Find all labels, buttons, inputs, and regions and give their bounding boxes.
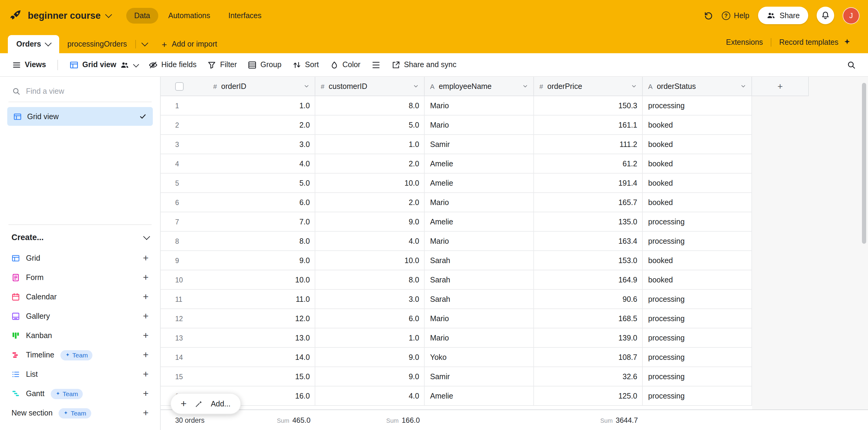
cell-orderPrice[interactable]: 191.4 <box>534 174 643 192</box>
create-item-gantt[interactable]: GanttTeam+ <box>7 384 153 403</box>
cell-employeeName[interactable]: Samir <box>425 367 534 386</box>
cell-orderPrice[interactable]: 139.0 <box>534 328 643 347</box>
cell-customerID[interactable]: 1.0 <box>315 135 425 153</box>
cell-orderPrice[interactable]: 164.9 <box>534 270 643 289</box>
sort-button[interactable]: Sort <box>287 57 324 72</box>
cell-orderID[interactable]: 33.0 <box>161 135 315 153</box>
cell-employeeName[interactable]: Sarah <box>425 270 534 289</box>
column-header-orderID[interactable]: #orderID <box>161 77 315 96</box>
cell-orderStatus[interactable]: processing <box>643 290 752 309</box>
history-icon[interactable] <box>704 10 713 20</box>
cell-orderID[interactable]: 22.0 <box>161 116 315 134</box>
cell-orderID[interactable]: 1212.0 <box>161 309 315 328</box>
create-item-timeline[interactable]: TimelineTeam+ <box>7 345 153 365</box>
cell-employeeName[interactable]: Mario <box>425 328 534 347</box>
add-form-view-button[interactable]: + <box>143 273 149 282</box>
cell-customerID[interactable]: 8.0 <box>315 96 425 115</box>
cell-orderID[interactable]: 11.0 <box>161 96 315 115</box>
add-grid-view-button[interactable]: + <box>143 253 149 263</box>
extensions-button[interactable]: Extensions <box>718 38 771 46</box>
cell-orderStatus[interactable]: booked <box>643 154 752 173</box>
cell-employeeName[interactable]: Yoko <box>425 348 534 367</box>
cell-orderID[interactable]: 1414.0 <box>161 348 315 367</box>
cell-orderID[interactable]: 1313.0 <box>161 328 315 347</box>
cell-employeeName[interactable]: Mario <box>425 309 534 328</box>
column-header-orderStatus[interactable]: AorderStatus <box>643 77 752 96</box>
cell-orderID[interactable]: 1010.0 <box>161 270 315 289</box>
cell-orderPrice[interactable]: 135.0 <box>534 212 643 231</box>
table-list-dropdown[interactable] <box>136 35 154 53</box>
cell-orderPrice[interactable]: 168.5 <box>534 309 643 328</box>
cell-orderPrice[interactable]: 108.7 <box>534 348 643 367</box>
cell-customerID[interactable]: 8.0 <box>315 270 425 289</box>
cell-customerID[interactable]: 6.0 <box>315 309 425 328</box>
group-button[interactable]: Group <box>243 57 286 72</box>
cell-orderStatus[interactable]: booked <box>643 135 752 153</box>
avatar[interactable]: J <box>843 7 860 24</box>
cell-orderStatus[interactable]: processing <box>643 232 752 250</box>
cell-orderID[interactable]: 1111.0 <box>161 290 315 309</box>
cell-orderID[interactable]: 1515.0 <box>161 367 315 386</box>
select-all-checkbox[interactable] <box>175 82 184 90</box>
create-item-list[interactable]: List+ <box>7 365 153 384</box>
cell-employeeName[interactable]: Mario <box>425 96 534 115</box>
views-toggle-button[interactable]: Views <box>7 57 51 72</box>
find-view-search[interactable]: Find a view <box>8 83 152 102</box>
view-switcher-button[interactable]: Grid view <box>65 57 143 72</box>
cell-orderPrice[interactable]: 161.1 <box>534 116 643 134</box>
cell-employeeName[interactable]: Samir <box>425 135 534 153</box>
cell-orderStatus[interactable]: booked <box>643 251 752 270</box>
cell-orderID[interactable]: 77.0 <box>161 212 315 231</box>
column-header-customerID[interactable]: #customerID <box>315 77 425 96</box>
cell-employeeName[interactable]: Mario <box>425 116 534 134</box>
cell-customerID[interactable]: 2.0 <box>315 154 425 173</box>
create-item-new-section[interactable]: New sectionTeam+ <box>7 403 153 423</box>
add-gantt-view-button[interactable]: + <box>143 389 149 399</box>
cell-orderStatus[interactable]: booked <box>643 174 752 192</box>
create-section-toggle[interactable]: Create... <box>7 231 153 249</box>
cell-orderPrice[interactable]: 153.0 <box>534 251 643 270</box>
notifications-button[interactable] <box>817 7 834 24</box>
cell-orderID[interactable]: 44.0 <box>161 154 315 173</box>
cell-employeeName[interactable]: Sarah <box>425 290 534 309</box>
share-sync-button[interactable]: Share and sync <box>386 57 461 72</box>
cell-employeeName[interactable]: Amelie <box>425 212 534 231</box>
cell-orderStatus[interactable]: processing <box>643 367 752 386</box>
cell-orderID[interactable]: 88.0 <box>161 232 315 250</box>
cell-orderStatus[interactable]: booked <box>643 193 752 212</box>
cell-orderID[interactable]: 55.0 <box>161 174 315 192</box>
nav-tab-automations[interactable]: Automations <box>160 7 218 23</box>
cell-customerID[interactable]: 10.0 <box>315 251 425 270</box>
add-new-section-view-button[interactable]: + <box>143 408 149 418</box>
cell-customerID[interactable]: 9.0 <box>315 212 425 231</box>
column-header-employeeName[interactable]: AemployeeName <box>425 77 534 96</box>
cell-orderStatus[interactable]: processing <box>643 386 752 405</box>
cell-orderStatus[interactable]: processing <box>643 309 752 328</box>
create-item-form[interactable]: Form+ <box>7 268 153 287</box>
add-gallery-view-button[interactable]: + <box>143 312 149 321</box>
cell-orderPrice[interactable]: 163.4 <box>534 232 643 250</box>
cell-orderStatus[interactable]: processing <box>643 212 752 231</box>
nav-tab-data[interactable]: Data <box>126 7 158 23</box>
cell-orderPrice[interactable]: 150.3 <box>534 96 643 115</box>
nav-tab-interfaces[interactable]: Interfaces <box>220 7 270 23</box>
create-item-calendar[interactable]: Calendar+ <box>7 287 153 307</box>
row-height-button[interactable] <box>366 57 385 72</box>
cell-customerID[interactable]: 2.0 <box>315 193 425 212</box>
cell-employeeName[interactable]: Amelie <box>425 386 534 405</box>
add-kanban-view-button[interactable]: + <box>143 331 149 341</box>
create-item-gallery[interactable]: Gallery+ <box>7 307 153 326</box>
add-list-view-button[interactable]: + <box>143 370 149 379</box>
cell-customerID[interactable]: 9.0 <box>315 367 425 386</box>
add-timeline-view-button[interactable]: + <box>143 350 149 360</box>
cell-orderPrice[interactable]: 32.6 <box>534 367 643 386</box>
cell-orderStatus[interactable]: processing <box>643 328 752 347</box>
color-button[interactable]: Color <box>325 57 366 72</box>
cell-orderPrice[interactable]: 111.2 <box>534 135 643 153</box>
cell-orderPrice[interactable]: 90.6 <box>534 290 643 309</box>
add-field-button[interactable]: + <box>752 77 809 96</box>
cell-customerID[interactable]: 10.0 <box>315 174 425 192</box>
cell-orderPrice[interactable]: 61.2 <box>534 154 643 173</box>
filter-button[interactable]: Filter <box>203 57 242 72</box>
cell-customerID[interactable]: 4.0 <box>315 386 425 405</box>
